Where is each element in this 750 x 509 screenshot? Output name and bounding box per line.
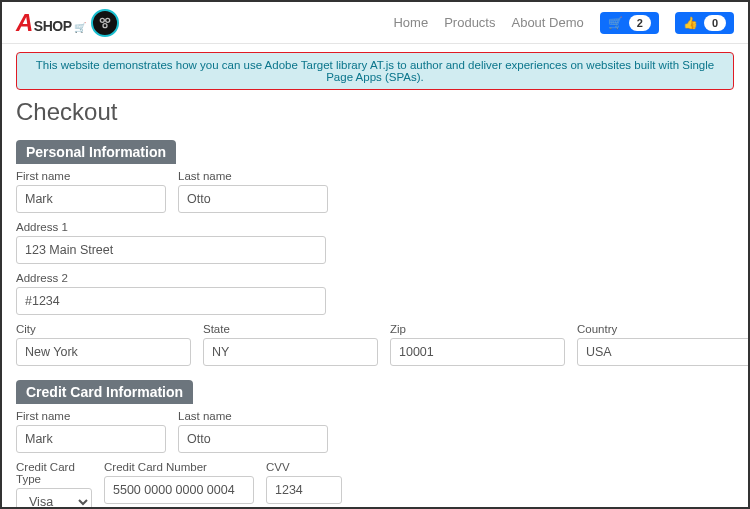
gear-badge-icon <box>91 9 119 37</box>
logo[interactable]: A SHOP 🛒 <box>16 9 119 37</box>
label-country: Country <box>577 323 750 335</box>
select-cc-type[interactable]: Visa <box>16 488 92 509</box>
nav-about[interactable]: About Demo <box>511 15 583 30</box>
input-city[interactable] <box>16 338 191 366</box>
label-cc-type: Credit Card Type <box>16 461 92 485</box>
label-cvv: CVV <box>266 461 342 473</box>
label-address1: Address 1 <box>16 221 326 233</box>
info-banner: This website demonstrates how you can us… <box>16 52 734 90</box>
label-cc-number: Credit Card Number <box>104 461 254 473</box>
cart-icon: 🛒 <box>608 16 623 30</box>
label-address2: Address 2 <box>16 272 326 284</box>
page-title: Checkout <box>16 98 734 126</box>
logo-letter: A <box>16 9 33 37</box>
input-address1[interactable] <box>16 236 326 264</box>
likes-count-badge: 0 <box>704 15 726 31</box>
nav-products[interactable]: Products <box>444 15 495 30</box>
cart-button[interactable]: 🛒 2 <box>600 12 659 34</box>
svg-point-1 <box>106 18 110 22</box>
thumbs-up-icon: 👍 <box>683 16 698 30</box>
likes-button[interactable]: 👍 0 <box>675 12 734 34</box>
svg-point-2 <box>103 23 107 27</box>
input-first-name[interactable] <box>16 185 166 213</box>
section-credit: Credit Card Information <box>16 380 193 404</box>
label-city: City <box>16 323 191 335</box>
cart-glyph-icon: 🛒 <box>74 22 86 33</box>
top-bar: A SHOP 🛒 Home Products About Demo 🛒 2 👍 … <box>2 2 748 44</box>
input-cc-first-name[interactable] <box>16 425 166 453</box>
label-state: State <box>203 323 378 335</box>
input-cc-last-name[interactable] <box>178 425 328 453</box>
label-cc-first-name: First name <box>16 410 166 422</box>
input-last-name[interactable] <box>178 185 328 213</box>
input-cc-number[interactable] <box>104 476 254 504</box>
input-country[interactable] <box>577 338 750 366</box>
logo-word: SHOP <box>34 18 72 34</box>
label-first-name: First name <box>16 170 166 182</box>
svg-point-0 <box>100 18 104 22</box>
label-last-name: Last name <box>178 170 328 182</box>
input-zip[interactable] <box>390 338 565 366</box>
section-personal: Personal Information <box>16 140 176 164</box>
label-zip: Zip <box>390 323 565 335</box>
cart-count-badge: 2 <box>629 15 651 31</box>
input-address2[interactable] <box>16 287 326 315</box>
input-state[interactable] <box>203 338 378 366</box>
nav-home[interactable]: Home <box>393 15 428 30</box>
label-cc-last-name: Last name <box>178 410 328 422</box>
input-cvv[interactable] <box>266 476 342 504</box>
